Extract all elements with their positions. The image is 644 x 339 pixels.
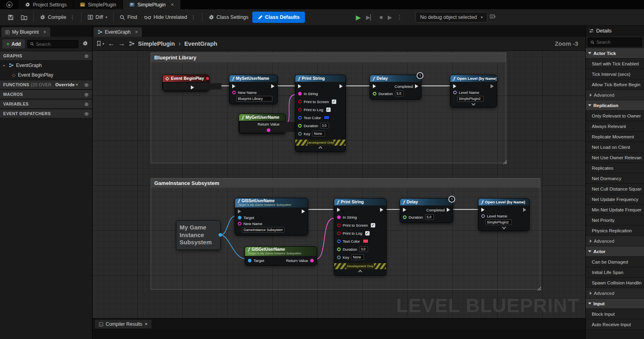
details-row[interactable]: Net Load on Client xyxy=(586,142,644,152)
add-graph-button[interactable]: ⊕ xyxy=(84,53,89,59)
color-swatch[interactable] xyxy=(363,239,368,243)
exec-out-pin[interactable] xyxy=(380,208,383,212)
override-dropdown[interactable]: Override ▾ xyxy=(55,82,78,87)
details-row[interactable]: Spawn Collision Handling Method xyxy=(586,278,644,288)
checkbox-checked[interactable]: ✓ xyxy=(371,223,375,227)
node-print-string-2[interactable]: ƒ Print String In String Print to Screen… xyxy=(334,198,386,276)
exec-out-pin[interactable] xyxy=(523,208,526,212)
details-row[interactable]: Allow Tick Before Begin Play xyxy=(586,79,644,90)
expand-chevron-icon[interactable] xyxy=(472,102,476,106)
expander-icon[interactable]: ▾ xyxy=(3,64,6,67)
node-print-string-1[interactable]: ƒ Print String In String Print to Screen… xyxy=(295,75,346,152)
diff-button[interactable]: Diff ▾ xyxy=(84,12,111,22)
sidebar-item-event-beginplay[interactable]: ◇ Event BeginPlay xyxy=(0,70,92,80)
key-pin[interactable] xyxy=(298,132,302,136)
float-pin[interactable] xyxy=(298,124,302,128)
exec-out-pin[interactable] xyxy=(191,85,194,89)
forward-button[interactable]: → xyxy=(119,40,125,48)
string-pin[interactable] xyxy=(238,222,241,225)
duration-input[interactable] xyxy=(359,246,368,252)
exec-in-pin[interactable] xyxy=(373,84,376,88)
details-row[interactable]: Net Priority xyxy=(586,215,644,225)
stop-button[interactable]: ■ xyxy=(377,12,385,22)
new-name-input[interactable] xyxy=(242,227,284,233)
details-row[interactable]: Block Input xyxy=(586,309,644,319)
comment-title[interactable]: Blueprint Library xyxy=(151,53,506,62)
bookmark-button[interactable]: ▾ xyxy=(96,41,104,46)
close-icon[interactable]: × xyxy=(43,29,46,35)
object-pin[interactable] xyxy=(238,216,241,219)
node-open-level-2[interactable]: ƒ Open Level (by Name) Level Name xyxy=(478,198,530,231)
panel-settings-button[interactable] xyxy=(81,40,90,48)
expand-chevron-icon[interactable] xyxy=(502,225,506,229)
float-pin[interactable] xyxy=(403,215,407,219)
bool-pin[interactable] xyxy=(298,108,302,112)
checkbox-checked[interactable]: ✓ xyxy=(332,99,336,104)
frame-skip-button[interactable]: ▶▏ xyxy=(364,12,377,22)
checkbox-checked[interactable]: ✓ xyxy=(326,108,331,112)
details-row[interactable]: Only Relevant to Owner xyxy=(586,111,644,121)
node-my-game-instance-subsystem[interactable]: My Game Instance Subsystem xyxy=(176,220,221,250)
add-button[interactable]: + Add xyxy=(2,39,25,49)
play-options-icon[interactable]: ⋮ xyxy=(395,12,405,22)
exec-out-pin[interactable] xyxy=(447,208,450,212)
object-pin[interactable] xyxy=(248,259,251,262)
node-gissetusername[interactable]: ƒGISSetUserName Target is My Game Instan… xyxy=(235,198,308,235)
play-button[interactable]: ▶ xyxy=(353,12,364,23)
find-button[interactable]: Find xyxy=(116,12,141,22)
details-row[interactable]: Auto Receive Input xyxy=(586,319,644,330)
save-button[interactable] xyxy=(4,12,17,23)
exec-out-pin[interactable] xyxy=(339,84,343,88)
details-row[interactable]: Start with Tick Enabled xyxy=(586,59,644,69)
details-category-actor-tick[interactable]: Actor Tick xyxy=(586,48,644,59)
details-category-replication[interactable]: Replication xyxy=(586,100,644,111)
details-row-advanced[interactable]: Advanced xyxy=(586,90,644,100)
string-out-pin[interactable] xyxy=(267,128,270,132)
node-open-level-1[interactable]: ƒ Open Level (by Name) Level Name xyxy=(450,75,497,108)
functions-section-header[interactable]: FUNCTIONS (20 OVER Override ▾ ⊕ xyxy=(0,80,92,89)
browse-button[interactable] xyxy=(17,12,31,22)
details-header[interactable]: Details xyxy=(586,26,644,36)
close-icon[interactable]: × xyxy=(135,29,138,35)
tab-my-blueprint[interactable]: My Blueprint × xyxy=(1,27,50,37)
macros-section-header[interactable]: MACROS ⊕ xyxy=(0,89,92,99)
close-icon[interactable]: × xyxy=(171,2,174,8)
graphs-section-header[interactable]: GRAPHS ⊕ xyxy=(0,51,92,61)
debug-filter-icon[interactable] xyxy=(487,12,498,22)
tab-project-settings[interactable]: Project Settings xyxy=(18,0,74,9)
launch-button[interactable]: ▶ xyxy=(385,12,395,22)
add-macro-button[interactable]: ⊕ xyxy=(84,91,89,97)
details-row[interactable]: Replicate Movement xyxy=(586,132,644,142)
details-row[interactable]: Min Net Update Frequency xyxy=(586,205,644,215)
string-pin[interactable] xyxy=(337,215,341,219)
key-input[interactable] xyxy=(351,254,364,260)
details-row[interactable]: Net Update Frequency xyxy=(586,194,644,205)
exec-in-pin[interactable] xyxy=(238,209,241,213)
details-row[interactable]: Can be Damaged xyxy=(586,257,644,267)
key-pin[interactable] xyxy=(337,256,341,259)
details-row[interactable]: Replicates xyxy=(586,163,644,173)
level-name-input[interactable] xyxy=(485,219,512,225)
duration-input[interactable] xyxy=(395,91,404,96)
details-category-actor[interactable]: Actor xyxy=(586,246,644,257)
comment-title[interactable]: GameInstance Subsystem xyxy=(151,179,540,188)
tab-simpleplugin-level[interactable]: SimplePlugin xyxy=(74,0,123,9)
tab-eventgraph[interactable]: EventGraph × xyxy=(94,27,142,37)
hide-unrelated-options-icon[interactable]: ⋮ xyxy=(191,14,196,20)
string-pin[interactable] xyxy=(232,91,236,94)
search-input[interactable] xyxy=(597,40,639,45)
resize-grip[interactable] xyxy=(503,160,507,164)
add-dispatcher-button[interactable]: ⊕ xyxy=(84,111,89,117)
exec-in-pin[interactable] xyxy=(481,208,485,212)
tab-simpleplugin-blueprint[interactable]: SimplePlugin × xyxy=(123,0,181,9)
color-pin[interactable] xyxy=(337,240,341,243)
exec-in-pin[interactable] xyxy=(337,208,340,212)
exec-out-pin[interactable] xyxy=(415,84,418,88)
compile-button[interactable]: Compile ⋮ xyxy=(36,12,79,23)
class-defaults-button[interactable]: Class Defaults xyxy=(252,12,305,23)
details-row[interactable]: Initial Life Span xyxy=(586,267,644,278)
exec-out-pin[interactable] xyxy=(491,84,494,88)
details-search[interactable] xyxy=(588,38,642,47)
details-row[interactable]: Net Dormancy xyxy=(586,173,644,184)
float-pin[interactable] xyxy=(373,92,376,95)
